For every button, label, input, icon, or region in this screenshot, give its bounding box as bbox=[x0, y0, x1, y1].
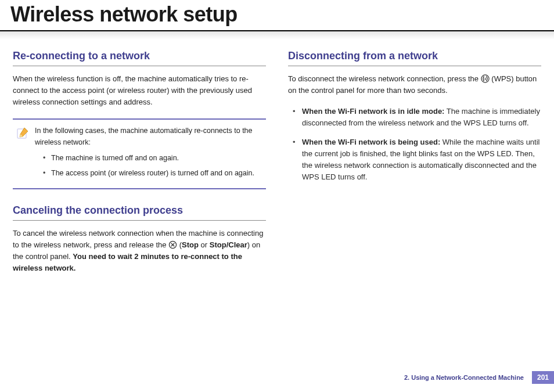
disc-pre: To disconnect the wireless network conne… bbox=[288, 74, 481, 83]
text-canceling: To cancel the wireless network connectio… bbox=[13, 228, 266, 275]
text-reconnecting: When the wireless function is off, the m… bbox=[13, 73, 266, 108]
left-column: Re-connecting to a network When the wire… bbox=[13, 50, 266, 283]
note-intro: In the following cases, the machine auto… bbox=[35, 125, 260, 148]
cancel-stop: Stop bbox=[182, 240, 199, 249]
footer-page-number: 201 bbox=[532, 371, 554, 384]
heading-canceling: Canceling the connection process bbox=[13, 204, 266, 221]
note-box: In the following cases, the machine auto… bbox=[13, 118, 266, 189]
cancel-stopclear: Stop/Clear bbox=[210, 240, 247, 249]
item-lead: When the Wi-Fi network is being used: bbox=[302, 138, 440, 146]
note-item: The access point (or wireless router) is… bbox=[43, 168, 260, 179]
note-list: The machine is turned off and on again. … bbox=[35, 153, 260, 179]
title-shadow bbox=[0, 31, 554, 39]
list-item: When the Wi-Fi network is being used: Wh… bbox=[290, 136, 541, 184]
item-lead: When the Wi-Fi network is in idle mode: bbox=[302, 107, 444, 116]
list-item: When the Wi-Fi network is in idle mode: … bbox=[290, 106, 541, 129]
text-disconnecting: To disconnect the wireless network conne… bbox=[288, 73, 541, 96]
cancel-or: or bbox=[199, 240, 210, 249]
content-columns: Re-connecting to a network When the wire… bbox=[0, 39, 554, 283]
heading-reconnecting: Re-connecting to a network bbox=[13, 50, 266, 66]
page-footer: 2. Using a Network-Connected Machine 201 bbox=[404, 371, 554, 384]
heading-disconnecting: Disconnecting from a network bbox=[288, 50, 541, 66]
stop-button-icon bbox=[168, 240, 177, 249]
wps-icon bbox=[481, 74, 490, 83]
pencil-note-icon bbox=[16, 127, 29, 142]
page-title: Wireless network setup bbox=[0, 0, 554, 31]
right-column: Disconnecting from a network To disconne… bbox=[288, 50, 541, 283]
disconnect-list: When the Wi-Fi network is in idle mode: … bbox=[288, 106, 541, 183]
footer-chapter: 2. Using a Network-Connected Machine bbox=[404, 374, 527, 381]
note-content: In the following cases, the machine auto… bbox=[35, 125, 260, 182]
note-item: The machine is turned off and on again. bbox=[43, 153, 260, 164]
